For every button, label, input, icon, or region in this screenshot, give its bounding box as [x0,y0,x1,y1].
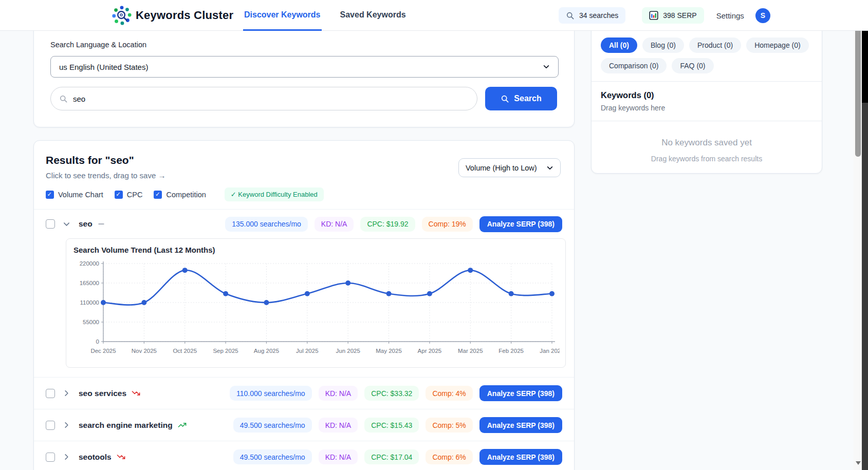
chevron-down-icon [543,63,550,70]
scrollbar-down-arrow-icon[interactable] [856,461,861,465]
app-header: Keywords Cluster Discover Keywords Saved… [0,0,868,31]
search-icon [566,11,575,20]
sort-select-value: Volume (High to Low) [466,164,537,172]
svg-text:Jul 2025: Jul 2025 [296,348,318,354]
checkbox-checked[interactable] [46,191,54,199]
searches-count-badge: 34 searches [559,7,625,24]
collapse-chevron-icon[interactable] [63,220,70,228]
keyword-search-input[interactable] [73,95,469,103]
svg-text:Jun 2025: Jun 2025 [336,348,360,354]
toggle-label: CPC [127,191,143,199]
toggle-label: Competition [166,191,206,199]
cpc-badge: CPC: $17.04 [364,449,419,464]
svg-text:Mar 2025: Mar 2025 [458,348,483,354]
category-tab-product[interactable]: Product (0) [689,37,741,53]
volume-badge: 49.500 searches/mo [233,449,312,464]
search-button-label: Search [514,94,541,103]
trend-down-icon [117,453,125,461]
trend-up-icon [178,421,187,429]
svg-text:0: 0 [96,339,99,345]
category-tab-blog[interactable]: Blog (0) [642,37,684,53]
competition-badge: Comp: 19% [422,217,473,232]
checkbox-checked[interactable] [154,191,162,199]
toggle-competition[interactable]: Competition [154,191,206,199]
category-tab-homepage[interactable]: Homepage (0) [746,37,809,53]
kd-badge: KD: N/A [319,386,358,401]
toggle-label: Volume Chart [58,191,103,199]
kd-badge: KD: N/A [319,418,358,433]
svg-text:Apr 2025: Apr 2025 [418,348,442,354]
results-title: Results for "seo" [46,154,165,166]
keyword-text[interactable]: seotools [79,453,112,462]
analyze-serp-button[interactable]: Analyze SERP (398) [479,417,562,433]
tab-discover-keywords[interactable]: Discover Keywords [243,0,322,31]
user-avatar[interactable]: S [755,8,770,23]
results-subtitle: Click to see trends, drag to save → [46,171,165,180]
expand-chevron-icon[interactable] [63,389,70,397]
row-checkbox[interactable] [46,421,55,430]
row-checkbox[interactable] [46,453,55,462]
cpc-badge: CPC: $33.32 [364,386,419,401]
category-tab-faq[interactable]: FAQ (0) [672,58,713,73]
empty-state-subtitle: Drag keywords from search results [592,148,822,163]
search-button[interactable]: Search [485,87,557,110]
row-badges: 135.000 searches/moKD: N/ACPC: $19.92Com… [225,216,562,232]
language-select[interactable]: us English (United States) [50,56,559,78]
trend-flat-icon [98,220,105,228]
svg-text:Feb 2025: Feb 2025 [498,348,524,354]
search-icon [501,95,509,103]
settings-link[interactable]: Settings [716,11,744,20]
chart-title: Search Volume Trend (Last 12 Months) [73,246,561,254]
svg-text:Sep 2025: Sep 2025 [213,348,238,354]
expand-chevron-icon[interactable] [63,421,70,429]
cpc-badge: CPC: $19.92 [360,217,415,232]
keyword-row: seo services110.000 searches/moKD: N/ACP… [34,377,574,409]
keyword-text[interactable]: seo [79,219,93,229]
app-title: Keywords Cluster [136,0,233,31]
toggle-cpc[interactable]: CPC [115,191,143,199]
analyze-serp-button[interactable]: Analyze SERP (398) [479,385,562,401]
results-panel: Results for "seo" Click to see trends, d… [33,140,575,470]
category-tab-all[interactable]: All (0) [601,37,637,53]
cpc-badge: CPC: $15.43 [364,418,419,433]
kd-badge: KD: N/A [319,449,358,464]
checkbox-checked[interactable] [115,191,123,199]
svg-text:220000: 220000 [80,260,99,267]
row-checkbox[interactable] [46,389,55,398]
serp-count-label: 398 SERP [663,11,696,20]
category-tab-comparison[interactable]: Comparison (0) [601,58,667,73]
keyword-row: seo135.000 searches/moKD: N/ACPC: $19.92… [34,209,574,238]
bar-chart-icon [649,11,658,20]
svg-text:55000: 55000 [83,319,99,325]
scrollbar-thumb[interactable] [855,23,861,157]
row-checkbox[interactable] [46,219,55,229]
toggle-volume-chart[interactable]: Volume Chart [46,191,103,199]
header-right: 34 searches 398 SERP Settings S [559,0,770,31]
serp-count-badge: 398 SERP [642,7,704,24]
sort-select[interactable]: Volume (High to Low) [458,158,561,177]
analyze-serp-button[interactable]: Analyze SERP (398) [479,449,562,465]
chevron-down-icon [546,164,553,172]
volume-trend-chart: Search Volume Trend (Last 12 Months)0550… [66,238,566,368]
app-logo-icon [112,6,132,25]
svg-text:Oct 2025: Oct 2025 [173,348,197,354]
results-header: Results for "seo" Click to see trends, d… [34,141,574,180]
keyword-text[interactable]: seo services [79,389,126,398]
row-badges: 49.500 searches/moKD: N/ACPC: $15.43Comp… [233,417,562,433]
main-nav: Discover Keywords Saved Keywords [243,0,407,31]
keywords-drop-hint: Drag keywords here [592,100,822,112]
competition-badge: Comp: 5% [426,418,472,433]
expand-chevron-icon[interactable] [63,453,70,461]
saved-keywords-panel: All (0)Blog (0)Product (0)Homepage (0)Co… [591,15,822,174]
language-select-value: us English (United States) [59,63,148,71]
analyze-serp-button[interactable]: Analyze SERP (398) [479,216,562,232]
svg-text:Nov 2025: Nov 2025 [132,348,157,354]
language-label: Search Language & Location [50,41,146,49]
kd-enabled-badge: ✓ Keyword Difficulty Enabled [225,187,324,201]
screen-edge-strip [862,103,868,470]
row-badges: 110.000 searches/moKD: N/ACPC: $33.32Com… [230,385,562,401]
keyword-text[interactable]: search engine marketing [79,421,173,430]
tab-saved-keywords[interactable]: Saved Keywords [339,0,407,31]
svg-text:Aug 2025: Aug 2025 [254,348,279,354]
trend-down-icon [132,389,140,398]
